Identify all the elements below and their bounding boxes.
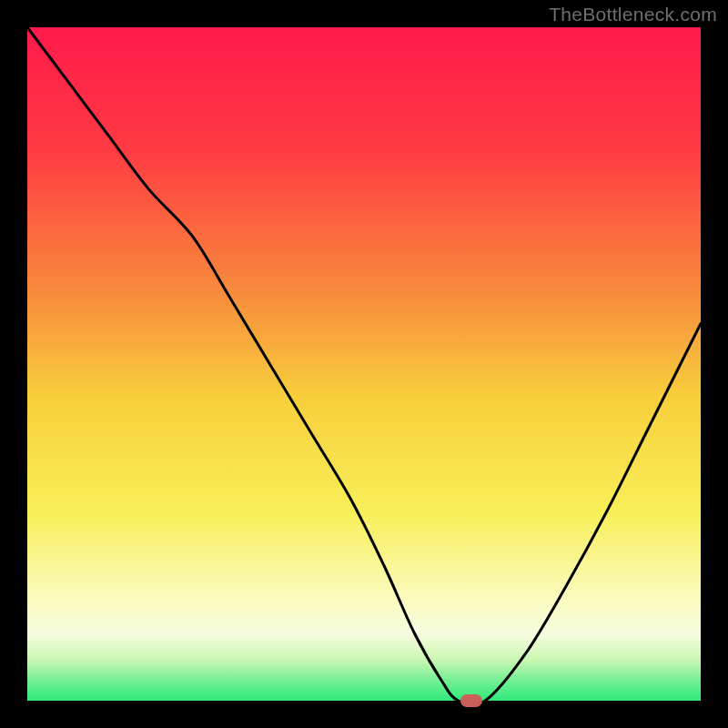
watermark-text: TheBottleneck.com xyxy=(549,4,717,25)
gradient-background xyxy=(27,27,701,701)
chart-frame: TheBottleneck.com xyxy=(0,0,728,728)
optimal-point-marker xyxy=(460,694,482,707)
chart-plot-area xyxy=(27,27,701,701)
